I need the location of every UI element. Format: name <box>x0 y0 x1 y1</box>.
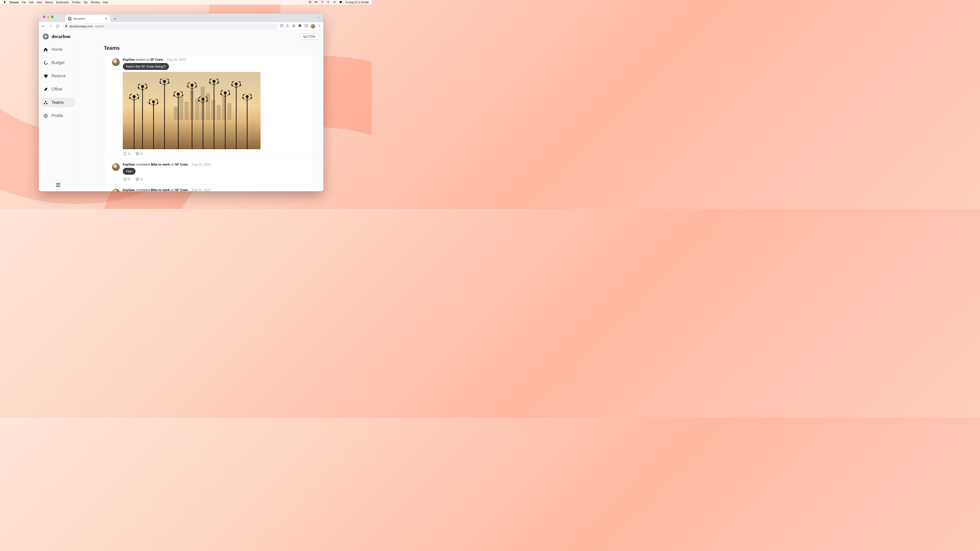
menu-help[interactable]: Help <box>103 1 108 4</box>
menu-window[interactable]: Window <box>91 1 100 4</box>
wifi-icon[interactable] <box>321 0 324 4</box>
sidebar: Home Budget Reduce Offset Teams <box>39 43 78 191</box>
svg-rect-9 <box>340 1 342 3</box>
url-path: /web/#/ <box>95 25 104 28</box>
open-external-icon[interactable] <box>280 24 283 29</box>
sidebar-item-home[interactable]: Home <box>41 44 75 54</box>
nav-forward-button[interactable] <box>48 24 53 29</box>
menu-profiles[interactable]: Profiles <box>72 1 80 4</box>
battery-icon[interactable] <box>315 0 318 4</box>
window-maximize-button[interactable] <box>51 16 54 18</box>
feed-card: KayGee posted on SF Crew. Aug 20, 2023 H… <box>104 54 313 191</box>
svg-point-21 <box>46 115 47 116</box>
share-icon[interactable] <box>286 24 290 29</box>
leaf-icon <box>43 87 48 92</box>
post-date: Aug 20, 2023 <box>192 163 210 166</box>
svg-rect-23 <box>136 178 139 180</box>
post-author[interactable]: KayGee <box>123 58 135 62</box>
avatar[interactable] <box>112 189 120 191</box>
like-button[interactable]: 0 <box>123 177 130 181</box>
svg-rect-11 <box>305 24 308 27</box>
sidebar-item-label: Reduce <box>52 74 65 78</box>
sidebar-item-budget[interactable]: Budget <box>41 58 75 68</box>
post-activity[interactable]: Bike to work <box>151 188 170 191</box>
comment-count: 0 <box>141 178 143 181</box>
bookmark-star-icon[interactable] <box>292 24 296 29</box>
nav-reload-button[interactable] <box>55 24 60 29</box>
browser-menu-icon[interactable] <box>318 24 321 29</box>
home-icon <box>43 47 48 52</box>
app-root: decarbon kg CO2e Home Budget Reduce <box>39 30 323 191</box>
post-date: Aug 20, 2023 <box>192 188 210 191</box>
svg-point-0 <box>309 1 311 3</box>
post-author[interactable]: KayGee <box>123 188 135 191</box>
feed-post: KayGee posted on SF Crew. Aug 20, 2023 H… <box>104 54 313 159</box>
post-team[interactable]: SF Crew <box>150 58 163 62</box>
sidebar-item-teams[interactable]: Teams <box>41 98 75 107</box>
tab-close-icon[interactable]: ✕ <box>105 17 107 21</box>
feed-post: KayGee completed Bike to work on SF Crew… <box>104 159 313 185</box>
post-image[interactable] <box>123 72 261 149</box>
svg-point-1 <box>310 2 310 3</box>
tab-strip: Decarbon ✕ + <box>39 14 323 22</box>
sidebar-item-label: Budget <box>52 60 65 65</box>
address-bar: decarbonapp.com/web/#/ <box>39 22 323 30</box>
post-team[interactable]: SF Crew <box>175 163 188 166</box>
main-content: Teams KayGee posted on SF Crew. Aug 20, … <box>78 43 323 191</box>
sidebar-item-reduce[interactable]: Reduce <box>41 71 75 81</box>
svg-point-20 <box>45 115 45 116</box>
sidebar-item-offset[interactable]: Offset <box>41 84 75 94</box>
extensions-icon[interactable] <box>298 24 302 29</box>
url-domain: decarbonapp.com <box>69 25 93 28</box>
apple-menu-icon[interactable] <box>3 0 6 4</box>
new-tab-button[interactable]: + <box>112 16 118 22</box>
nav-back-button[interactable] <box>41 24 46 29</box>
brand-name: decarbon <box>52 34 70 39</box>
post-activity[interactable]: Bike to work <box>151 163 170 166</box>
lock-icon <box>65 24 68 28</box>
avatar[interactable] <box>112 163 120 171</box>
hamburger-menu-icon[interactable] <box>56 183 60 187</box>
tab-favicon <box>68 17 72 21</box>
menu-edit[interactable]: Edit <box>29 1 33 4</box>
comment-button[interactable]: 0 <box>135 177 143 181</box>
sidebar-item-label: Profile <box>52 114 63 118</box>
like-count: 0 <box>128 152 130 156</box>
profile-avatar-icon[interactable] <box>310 24 315 29</box>
control-center-icon[interactable] <box>333 0 336 4</box>
page-title: Teams <box>104 45 313 51</box>
budget-icon <box>43 60 48 65</box>
tabs-dropdown-icon[interactable] <box>318 16 321 20</box>
post-message: Yee! <box>123 168 135 175</box>
menu-history[interactable]: History <box>45 1 53 4</box>
status-icon[interactable] <box>309 0 312 4</box>
post-headline: KayGee completed Bike to work on SF Crew… <box>123 163 308 166</box>
sidebar-item-label: Home <box>52 47 62 52</box>
menu-file[interactable]: File <box>22 1 26 4</box>
menu-bookmarks[interactable]: Bookmarks <box>56 1 69 4</box>
post-author[interactable]: KayGee <box>123 163 135 166</box>
menubar-clock[interactable]: Fri Aug 25 11:39 AM <box>345 1 369 4</box>
spotlight-icon[interactable] <box>327 0 330 4</box>
sidebar-item-label: Teams <box>52 100 64 105</box>
siri-icon[interactable] <box>339 0 342 4</box>
post-team[interactable]: SF Crew <box>175 188 188 191</box>
browser-tab[interactable]: Decarbon ✕ <box>65 15 110 22</box>
menu-view[interactable]: View <box>37 1 42 4</box>
unit-pill[interactable]: kg CO2e <box>300 33 319 40</box>
menu-tab[interactable]: Tab <box>83 1 88 4</box>
sidebar-item-profile[interactable]: Profile <box>41 111 75 121</box>
window-minimize-button[interactable] <box>47 16 49 18</box>
svg-point-6 <box>328 1 329 3</box>
app-header: decarbon kg CO2e <box>39 30 323 43</box>
like-button[interactable]: 0 <box>123 152 130 156</box>
svg-point-12 <box>319 24 320 25</box>
comment-button[interactable]: 0 <box>135 152 143 156</box>
window-close-button[interactable] <box>43 16 45 18</box>
menubar-app-name[interactable]: Chrome <box>9 1 19 4</box>
tab-title: Decarbon <box>73 17 86 20</box>
avatar[interactable] <box>112 59 120 66</box>
svg-point-14 <box>319 26 320 27</box>
sidepanel-icon[interactable] <box>304 24 308 29</box>
url-field[interactable]: decarbonapp.com/web/#/ <box>62 23 278 29</box>
